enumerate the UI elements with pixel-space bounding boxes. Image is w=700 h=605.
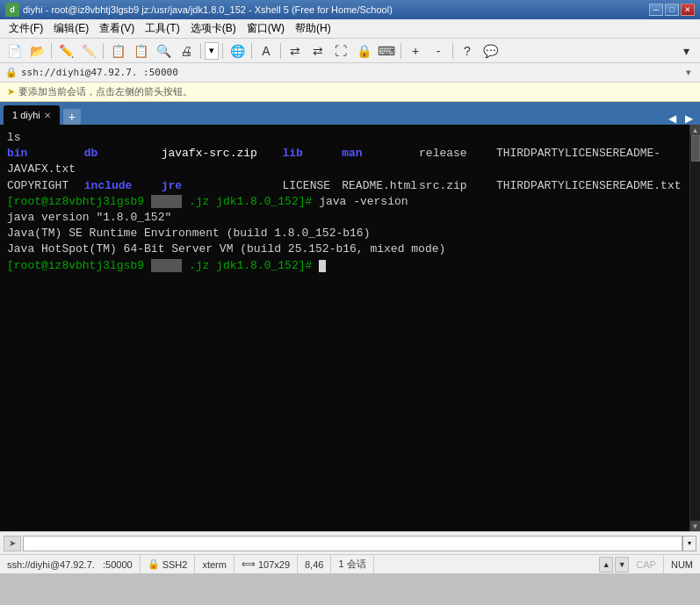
tip-text: 要添加当前会话，点击左侧的箭头按钮。 [18,85,192,98]
menu-file[interactable]: 文件(F) [4,19,48,38]
chat-button[interactable]: 💬 [480,41,501,61]
status-num: NUM [664,555,700,573]
search-button[interactable]: 🔍 [153,41,174,61]
disabled-button-1: ✏️ [78,41,99,61]
toolbar-separator-7 [401,43,401,59]
maximize-button[interactable]: □ [665,4,679,16]
font-button[interactable]: A [256,41,277,61]
status-caps: CAP [629,555,664,573]
status-lock-icon: 🔒 [148,558,160,570]
paste-button[interactable]: 📋 [130,41,151,61]
toolbar: 📄 📂 ✏️ ✏️ 📋 📋 🔍 🖨 ▾ 🌐 A ⇄ ⇄ ⛶ 🔒 ⌨ + - ? … [0,39,700,63]
tab-prev-button[interactable]: ◀ [665,112,680,125]
status-encoding: xterm [195,555,235,573]
new-session-button[interactable]: 📄 [4,41,25,61]
menu-bar: 文件(F) 编辑(E) 查看(V) 工具(T) 选项卡(B) 窗口(W) 帮助(… [0,19,700,39]
toolbar-separator-6 [280,43,281,59]
status-num-text: NUM [671,559,693,570]
tab-bar: 1 diyhi ✕ + ◀ ▶ [0,102,700,125]
zoom-in-button[interactable]: + [405,41,426,61]
more-button[interactable]: ▾ [675,41,696,61]
status-protocol: 🔒 SSH2 [141,555,196,573]
lock-icon: 🔒 [5,67,18,78]
terminal-line-java-se: Java(TM) SE Runtime Environment (build 1… [7,226,682,241]
address-bar: 🔒 ssh://diyhi@47.92.7. :50000 ▾ [0,63,700,83]
terminal-line-row1: bin db javafx-src.zip lib man release TH… [7,146,682,177]
menu-edit[interactable]: 编辑(E) [48,19,94,38]
terminal-container: ls bin db javafx-src.zip lib man release… [0,125,700,531]
status-position-text: 8,46 [305,559,323,570]
input-dropdown[interactable]: ▾ [682,536,696,551]
print-button[interactable]: 🖨 [176,41,197,61]
tip-icon: ➤ [7,86,15,97]
input-bar: ➤ ▾ [0,531,700,554]
tab-label: 1 diyhi [12,110,40,120]
window-controls: ─ □ ✕ [649,4,695,16]
terminal-line-java-version: java version "1.8.0_152" [7,210,682,226]
status-host: ssh://diyhi@47.92.7. :50000 [0,555,141,573]
terminal-line-row2: COPYRIGHT include jre LICENSE README.htm… [7,178,682,194]
terminal-line-ls: ls [7,130,682,146]
status-caps-text: CAP [636,559,656,570]
app-icon: d [5,3,19,17]
toolbar-separator-3 [200,43,201,59]
status-size: ⟺ 107x29 [235,555,298,573]
menu-help[interactable]: 帮助(H) [290,19,336,38]
status-nav-buttons: ▲ ▼ [599,557,629,573]
title-bar: d diyhi - root@iz8vbhtj3lgsb9 jz:/usr/ja… [0,0,700,19]
input-prompt-icon: ➤ [4,536,21,551]
transfer-button[interactable]: ⇄ [285,41,306,61]
command-input[interactable] [23,536,682,551]
lock-button[interactable]: 🔒 [353,41,374,61]
menu-tabs[interactable]: 选项卡(B) [185,19,242,38]
menu-view[interactable]: 查看(V) [94,19,140,38]
status-down-button[interactable]: ▼ [615,557,629,573]
status-encoding-text: xterm [202,559,227,570]
terminal-line-prompt2: [root@iz8vbhtj3lgsb9 .jz jdk1.8.0_152]# [7,258,682,274]
scroll-track [691,135,700,521]
status-bar: ssh://diyhi@47.92.7. :50000 🔒 SSH2 xterm… [0,554,700,573]
tab-close-icon[interactable]: ✕ [44,111,51,120]
help-button[interactable]: ? [457,41,478,61]
tab-diyhi[interactable]: 1 diyhi ✕ [4,105,60,125]
tab-navigation: ◀ ▶ [665,112,696,125]
status-protocol-text: SSH2 [162,559,188,570]
status-position: 8,46 [298,555,331,573]
status-sessions-text: 1 会话 [338,558,365,571]
status-host-text: ssh://diyhi@47.92.7. :50000 [7,559,133,570]
copy-button[interactable]: 📋 [107,41,128,61]
scroll-thumb[interactable] [691,135,700,162]
status-size-text: 107x29 [258,559,290,570]
toolbar-separator-4 [222,43,223,59]
sftp-button[interactable]: ⇄ [307,41,328,61]
properties-button[interactable]: ✏️ [55,41,76,61]
toolbar-separator-2 [103,43,104,59]
status-sessions: 1 会话 [331,555,373,573]
terminal[interactable]: ls bin db javafx-src.zip lib man release… [0,125,689,531]
scroll-up-button[interactable]: ▲ [690,125,701,135]
fullscreen-button[interactable]: ⛶ [330,41,351,61]
open-button[interactable]: 📂 [26,41,47,61]
window-title: diyhi - root@iz8vbhtj3lgsb9 jz:/usr/java… [23,4,649,15]
status-size-icon: ⟺ [242,558,256,570]
terminal-line-java-hotspot: Java HotSpot(TM) 64-Bit Server VM (build… [7,241,682,257]
address-dropdown[interactable]: ▾ [682,67,695,79]
minimize-button[interactable]: ─ [649,4,663,16]
toolbar-separator-5 [251,43,252,59]
main-window: d diyhi - root@iz8vbhtj3lgsb9 jz:/usr/ja… [0,0,700,605]
menu-window[interactable]: 窗口(W) [242,19,290,38]
terminal-scrollbar[interactable]: ▲ ▼ [689,125,700,531]
zoom-out-button[interactable]: - [428,41,449,61]
session-dropdown[interactable]: ▾ [205,42,219,60]
menu-tools[interactable]: 工具(T) [140,19,184,38]
close-button[interactable]: ✕ [681,4,695,16]
globe-button[interactable]: 🌐 [227,41,248,61]
tab-add-button[interactable]: + [63,109,81,125]
scroll-down-button[interactable]: ▼ [690,521,701,531]
status-up-button[interactable]: ▲ [599,557,613,573]
terminal-line-prompt1: [root@iz8vbhtj3lgsb9 .jz jdk1.8.0_152]# … [7,194,682,210]
toolbar-separator-1 [51,43,52,59]
tab-next-button[interactable]: ▶ [682,112,696,125]
keyboard-button[interactable]: ⌨ [376,41,397,61]
toolbar-separator-8 [452,43,453,59]
